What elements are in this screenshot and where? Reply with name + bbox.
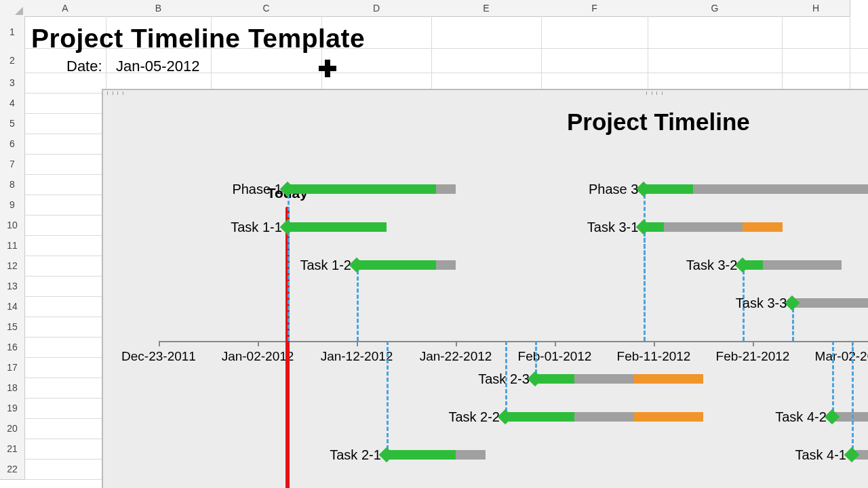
row-header-8[interactable]: 8 — [0, 174, 25, 195]
gantt-bar — [288, 222, 387, 232]
row-header-16[interactable]: 16 — [0, 337, 25, 358]
row-header-17[interactable]: 17 — [0, 357, 25, 378]
task-label: Task 1-1 — [231, 220, 288, 235]
tick-label: Feb-01-2012 — [518, 349, 592, 364]
row-header-18[interactable]: 18 — [0, 378, 25, 399]
tick-label: Feb-21-2012 — [716, 349, 790, 364]
row-header-22[interactable]: 22 — [0, 459, 25, 480]
task-label: Task 2-1 — [330, 447, 387, 463]
gantt-bar — [763, 260, 842, 270]
gantt-bar — [456, 450, 486, 460]
date-value: Jan-05-2012 — [116, 58, 200, 75]
task-label: Task 1-2 — [300, 258, 357, 273]
gantt-bar — [644, 184, 693, 194]
gantt-bar — [743, 222, 782, 232]
gantt-bar — [436, 260, 456, 270]
row-header-9[interactable]: 9 — [0, 195, 25, 216]
gantt-bar — [792, 298, 868, 308]
col-header-G[interactable]: G — [648, 0, 783, 17]
gantt-bar — [436, 184, 456, 194]
gantt-bar — [634, 412, 703, 422]
select-all-corner[interactable] — [0, 0, 25, 17]
col-header-E[interactable]: E — [431, 0, 542, 17]
col-header-D[interactable]: D — [321, 0, 432, 17]
tick-label: Jan-02-2012 — [222, 349, 294, 364]
svg-marker-0 — [15, 7, 23, 15]
x-axis — [159, 341, 868, 342]
date-label: Date: — [66, 58, 102, 75]
tick-label: Jan-12-2012 — [321, 349, 393, 364]
task-label: Task 4-2 — [775, 409, 832, 425]
task-label: Phase 1 — [232, 182, 287, 197]
page-title: Project Timeline Template — [31, 24, 365, 54]
task-label: Phase 3 — [589, 182, 644, 197]
spreadsheet[interactable]: ABCDEFGH 1234567891011121314151617181920… — [0, 0, 868, 488]
embedded-chart[interactable]: Project Timeline Dec-23-2011Jan-02-2012J… — [102, 89, 868, 488]
task-label: Task 3-1 — [587, 220, 644, 235]
row-header-10[interactable]: 10 — [0, 215, 25, 236]
gantt-bar — [574, 412, 634, 422]
col-header-H[interactable]: H — [782, 0, 850, 17]
gantt-bar — [357, 260, 436, 270]
col-header-F[interactable]: F — [541, 0, 648, 17]
row-header-11[interactable]: 11 — [0, 235, 25, 256]
tick-label: Jan-22-2012 — [420, 349, 492, 364]
chart-title: Project Timeline — [567, 108, 750, 136]
row-header-4[interactable]: 4 — [0, 93, 25, 114]
row-header-6[interactable]: 6 — [0, 134, 25, 155]
row-header-3[interactable]: 3 — [0, 73, 25, 94]
task-label: Task 2-2 — [448, 409, 505, 425]
gantt-bar — [288, 184, 436, 194]
row-header-15[interactable]: 15 — [0, 317, 25, 338]
gantt-bar — [505, 412, 574, 422]
row-header-13[interactable]: 13 — [0, 276, 25, 297]
row-header-7[interactable]: 7 — [0, 154, 25, 175]
tick-label: Feb-11-2012 — [617, 349, 691, 364]
gantt-bar — [693, 184, 868, 194]
col-header-B[interactable]: B — [106, 0, 212, 17]
row-header-14[interactable]: 14 — [0, 296, 25, 317]
gantt-bar — [387, 450, 456, 460]
chart-drag-handle[interactable] — [646, 92, 663, 95]
tick-label: Mar-02-2012 — [815, 349, 868, 364]
gantt-bar — [634, 374, 703, 384]
chart-drag-handle[interactable] — [107, 92, 123, 95]
row-header-2[interactable]: 2 — [0, 48, 25, 73]
gantt-bar — [574, 374, 634, 384]
row-header-5[interactable]: 5 — [0, 113, 25, 134]
row-header-1[interactable]: 1 — [0, 16, 25, 49]
col-header-A[interactable]: A — [24, 0, 106, 17]
row-header-21[interactable]: 21 — [0, 439, 25, 460]
task-label: Task 4-1 — [795, 447, 852, 463]
row-header-19[interactable]: 19 — [0, 398, 25, 419]
col-header-C[interactable]: C — [211, 0, 322, 17]
row-header-12[interactable]: 12 — [0, 256, 25, 277]
task-label: Task 3-3 — [736, 296, 793, 311]
tick-label: Dec-23-2011 — [121, 349, 196, 364]
task-label: Task 3-2 — [686, 258, 743, 273]
gantt-plot: Dec-23-2011Jan-02-2012Jan-12-2012Jan-22-… — [103, 138, 868, 488]
gantt-bar — [664, 222, 743, 232]
row-header-20[interactable]: 20 — [0, 418, 25, 439]
